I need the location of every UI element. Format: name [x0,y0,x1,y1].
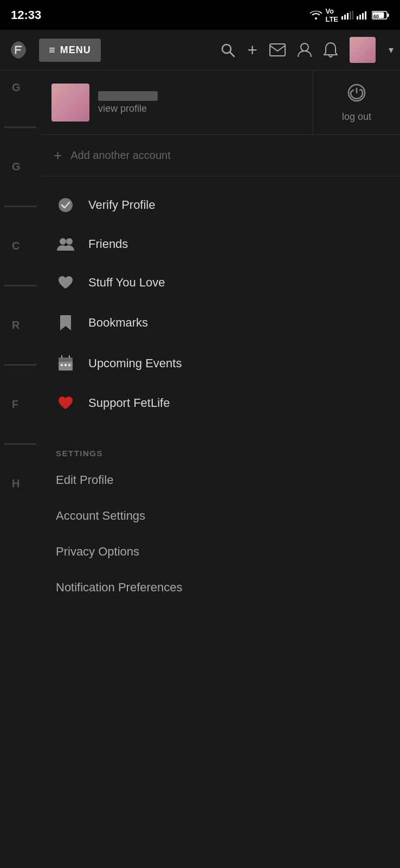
svg-rect-5 [357,16,358,20]
logout-label: log out [342,111,371,123]
signal2-icon [357,11,369,20]
view-profile-label: view profile [98,103,158,114]
support-label: Support FetLife [88,396,170,410]
bookmarks-label: Bookmarks [88,316,148,330]
status-bar: 12:33 VoLTE 60 [0,0,400,30]
view-profile-link[interactable]: view profile [41,71,313,135]
bg-letter-g2: G [0,161,41,173]
status-time: 12:33 [11,8,41,22]
svg-rect-26 [64,364,67,366]
bg-divider-3 [4,285,36,286]
menu-item-upcoming-events[interactable]: Upcoming Events [41,343,400,384]
account-settings-link[interactable]: Account Settings [41,498,400,534]
friends-icon [56,237,75,251]
volte-indicator: VoLTE [325,7,338,23]
hamburger-icon: ≡ [49,44,56,56]
user-avatar[interactable] [350,37,376,63]
svg-text:60: 60 [373,14,379,19]
svg-rect-4 [352,11,353,20]
bg-letter-f: F [0,398,41,411]
profile-section: view profile log out [41,71,400,135]
svg-rect-1 [344,15,346,20]
avatar-image [350,37,376,63]
profile-avatar [51,84,89,122]
bg-divider-5 [4,443,36,445]
menu-items-list: Verify Profile Friends Stuff You Love [41,176,400,431]
menu-item-verify[interactable]: Verify Profile [41,185,400,225]
menu-overlay: view profile log out + Add another accou… [41,71,400,868]
svg-rect-6 [359,15,361,20]
stuff-you-love-label: Stuff You Love [88,276,165,290]
menu-item-support[interactable]: Support FetLife [41,384,400,423]
calendar-icon [56,355,75,372]
background-sidebar: G G C R F H [0,71,41,868]
profile-username-blur [98,91,158,101]
mail-icon[interactable] [269,43,286,56]
search-icon[interactable] [220,42,235,58]
svg-rect-0 [341,16,343,20]
logout-button[interactable]: log out [313,71,400,135]
status-icons: VoLTE 60 [310,7,389,23]
bg-divider-1 [4,126,36,128]
verify-icon [56,197,75,213]
svg-point-18 [59,198,73,212]
nav-icons: + ▾ [220,37,393,63]
svg-point-19 [60,238,66,245]
menu-button[interactable]: ≡ MENU [39,39,101,62]
bg-letter-g1: G [0,81,41,94]
svg-rect-8 [365,11,366,20]
menu-item-stuff-you-love[interactable]: Stuff You Love [41,263,400,302]
svg-point-20 [66,238,73,245]
signal1-icon [341,11,353,20]
logout-icon [347,83,366,107]
dropdown-arrow-icon[interactable]: ▾ [389,44,393,56]
menu-item-friends[interactable]: Friends [41,225,400,263]
privacy-options-link[interactable]: Privacy Options [41,534,400,570]
add-account-label: Add another account [70,149,171,162]
add-icon[interactable]: + [247,40,257,60]
heart-red-icon [56,395,75,411]
navbar: ≡ MENU + [0,30,400,71]
wifi-icon [310,11,322,20]
heart-gray-icon [56,275,75,290]
svg-line-14 [230,52,234,56]
svg-rect-10 [388,14,389,17]
svg-rect-7 [362,13,364,20]
bg-letter-r: R [0,319,41,331]
svg-rect-2 [347,13,349,20]
notification-preferences-link[interactable]: Notification Preferences [41,570,400,605]
app-logo[interactable] [7,38,30,62]
profile-info: view profile [98,91,158,114]
bookmark-icon [56,314,75,331]
svg-rect-25 [61,364,63,366]
settings-section: SETTINGS Edit Profile Account Settings P… [41,436,400,610]
add-account-icon: + [54,147,62,164]
menu-item-bookmarks[interactable]: Bookmarks [41,302,400,343]
verify-profile-label: Verify Profile [88,198,156,212]
friends-label: Friends [88,237,128,251]
svg-rect-27 [68,364,70,366]
battery-icon: 60 [372,11,389,20]
upcoming-events-label: Upcoming Events [88,356,182,371]
menu-label: MENU [60,44,91,56]
svg-rect-22 [59,358,73,362]
notifications-icon[interactable] [324,42,338,58]
bg-divider-4 [4,364,36,366]
bg-divider-2 [4,206,36,207]
bg-letter-c: C [0,240,41,252]
user-icon[interactable] [298,42,312,58]
edit-profile-link[interactable]: Edit Profile [41,462,400,498]
svg-rect-15 [270,44,285,56]
bg-letter-h: H [0,477,41,490]
svg-point-16 [301,43,308,51]
svg-rect-3 [350,11,351,20]
profile-avatar-image [51,84,89,122]
add-account-button[interactable]: + Add another account [41,135,400,176]
fetlife-logo-icon [8,40,29,60]
settings-header: SETTINGS [41,440,400,462]
